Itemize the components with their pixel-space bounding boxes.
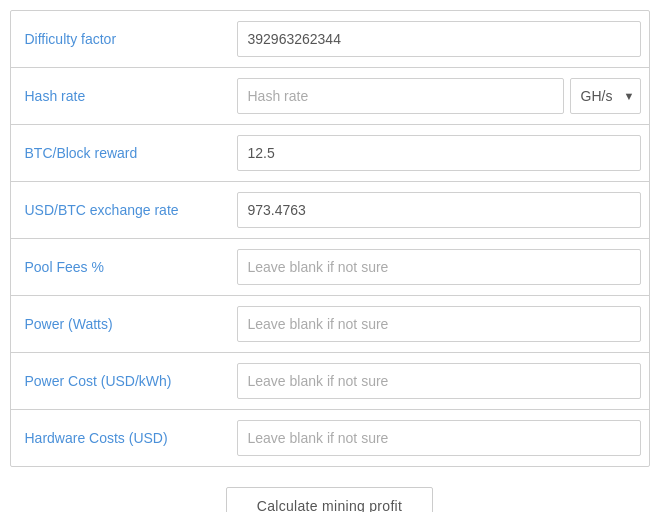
input-pool-fees[interactable] [237,249,641,285]
input-difficulty-factor[interactable] [237,21,641,57]
label-power-watts: Power (Watts) [11,305,229,343]
unit-wrapper-hash-rate: GH/sTH/sMH/sKH/s▼ [570,78,641,114]
input-cell-power-cost [229,353,649,409]
input-cell-pool-fees [229,239,649,295]
input-cell-btc-block-reward [229,125,649,181]
input-usd-btc-exchange[interactable] [237,192,641,228]
row-usd-btc-exchange: USD/BTC exchange rate [11,182,649,239]
input-cell-usd-btc-exchange [229,182,649,238]
input-power-watts[interactable] [237,306,641,342]
input-cell-hardware-costs [229,410,649,466]
button-row: Calculate mining profit [10,467,650,512]
row-power-watts: Power (Watts) [11,296,649,353]
row-difficulty-factor: Difficulty factor [11,11,649,68]
row-hash-rate: Hash rateGH/sTH/sMH/sKH/s▼ [11,68,649,125]
input-btc-block-reward[interactable] [237,135,641,171]
row-power-cost: Power Cost (USD/kWh) [11,353,649,410]
form-table: Difficulty factorHash rateGH/sTH/sMH/sKH… [10,10,650,467]
calculator-container: Difficulty factorHash rateGH/sTH/sMH/sKH… [10,10,650,512]
row-hardware-costs: Hardware Costs (USD) [11,410,649,466]
input-hash-rate[interactable] [237,78,564,114]
label-usd-btc-exchange: USD/BTC exchange rate [11,191,229,229]
label-hardware-costs: Hardware Costs (USD) [11,419,229,457]
label-pool-fees: Pool Fees % [11,248,229,286]
input-cell-difficulty-factor [229,11,649,67]
input-cell-power-watts [229,296,649,352]
row-pool-fees: Pool Fees % [11,239,649,296]
label-difficulty-factor: Difficulty factor [11,20,229,58]
unit-select-hash-rate[interactable]: GH/sTH/sMH/sKH/s [570,78,641,114]
input-power-cost[interactable] [237,363,641,399]
label-hash-rate: Hash rate [11,77,229,115]
label-btc-block-reward: BTC/Block reward [11,134,229,172]
calculate-button[interactable]: Calculate mining profit [226,487,433,512]
row-btc-block-reward: BTC/Block reward [11,125,649,182]
label-power-cost: Power Cost (USD/kWh) [11,362,229,400]
input-hardware-costs[interactable] [237,420,641,456]
input-cell-hash-rate: GH/sTH/sMH/sKH/s▼ [229,68,649,124]
